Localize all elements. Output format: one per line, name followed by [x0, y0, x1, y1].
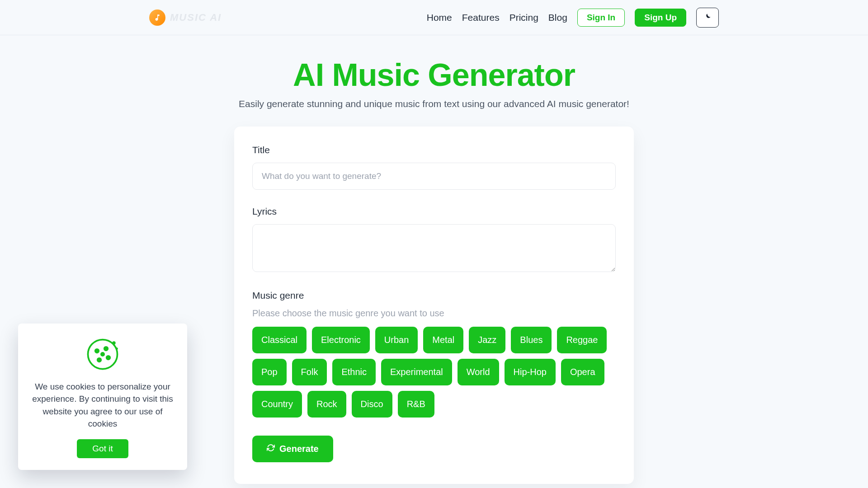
page-subtitle: Easily generate stunning and unique musi… — [0, 99, 868, 109]
genre-chip-disco[interactable]: Disco — [352, 391, 392, 418]
nav-pricing[interactable]: Pricing — [509, 12, 538, 23]
cookie-icon — [29, 336, 176, 372]
cookie-accept-button[interactable]: Got it — [77, 439, 128, 458]
genre-chip-pop[interactable]: Pop — [252, 359, 287, 385]
lyrics-label: Lyrics — [252, 206, 616, 217]
generate-button-label: Generate — [279, 444, 319, 454]
svg-point-1 — [95, 349, 99, 353]
genre-chip-urban[interactable]: Urban — [375, 327, 418, 353]
genre-chip-r-b[interactable]: R&B — [398, 391, 434, 418]
genre-chip-jazz[interactable]: Jazz — [469, 327, 505, 353]
svg-point-2 — [104, 347, 108, 351]
genre-grid: ClassicalElectronicUrbanMetalJazzBluesRe… — [252, 327, 616, 418]
refresh-icon — [267, 444, 275, 454]
cookie-banner: We use cookies to personalize your exper… — [18, 324, 187, 470]
sign-in-button[interactable]: Sign In — [577, 9, 625, 27]
brand-logo[interactable]: MUSIC AI — [149, 9, 222, 26]
title-field-block: Title — [252, 145, 616, 190]
genre-chip-world[interactable]: World — [458, 359, 499, 385]
svg-point-5 — [101, 353, 104, 356]
svg-point-7 — [116, 347, 118, 350]
sign-up-button[interactable]: Sign Up — [635, 9, 686, 27]
site-header: MUSIC AI Home Features Pricing Blog Sign… — [0, 0, 868, 35]
hero-section: AI Music Generator Easily generate stunn… — [0, 35, 868, 127]
music-note-icon — [149, 9, 165, 26]
svg-point-4 — [98, 358, 101, 362]
genre-chip-hip-hop[interactable]: Hip-Hop — [505, 359, 556, 385]
lyrics-field-block: Lyrics — [252, 206, 616, 274]
genre-label: Music genre — [252, 290, 616, 301]
title-input[interactable] — [252, 163, 616, 190]
genre-chip-rock[interactable]: Rock — [307, 391, 346, 418]
nav-blog[interactable]: Blog — [548, 12, 567, 23]
genre-chip-experimental[interactable]: Experimental — [381, 359, 452, 385]
title-label: Title — [252, 145, 616, 155]
nav-home[interactable]: Home — [427, 12, 452, 23]
lyrics-textarea[interactable] — [252, 224, 616, 272]
primary-nav: Home Features Pricing Blog Sign In Sign … — [427, 8, 719, 28]
genre-chip-ethnic[interactable]: Ethnic — [332, 359, 376, 385]
generator-card: Title Lyrics Music genre Please choose t… — [234, 127, 634, 484]
genre-chip-folk[interactable]: Folk — [292, 359, 327, 385]
generate-button[interactable]: Generate — [252, 436, 333, 462]
genre-hint: Please choose the music genre you want t… — [252, 308, 616, 319]
genre-chip-blues[interactable]: Blues — [511, 327, 552, 353]
nav-features[interactable]: Features — [462, 12, 500, 23]
svg-point-6 — [112, 341, 116, 345]
cookie-text: We use cookies to personalize your exper… — [29, 380, 176, 430]
genre-field-block: Music genre Please choose the music genr… — [252, 290, 616, 418]
genre-chip-classical[interactable]: Classical — [252, 327, 307, 353]
genre-chip-reggae[interactable]: Reggae — [557, 327, 607, 353]
brand-name: MUSIC AI — [170, 12, 222, 23]
svg-point-3 — [107, 356, 110, 360]
page-title: AI Music Generator — [0, 57, 868, 93]
moon-icon — [703, 13, 712, 22]
genre-chip-electronic[interactable]: Electronic — [312, 327, 370, 353]
genre-chip-country[interactable]: Country — [252, 391, 302, 418]
theme-toggle-button[interactable] — [696, 8, 719, 28]
genre-chip-opera[interactable]: Opera — [561, 359, 604, 385]
genre-chip-metal[interactable]: Metal — [423, 327, 463, 353]
